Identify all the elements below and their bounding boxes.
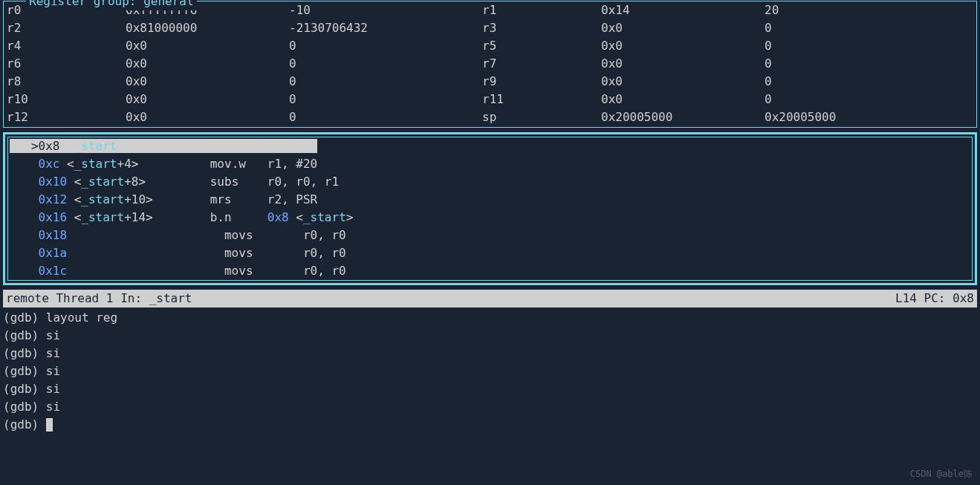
register-row: r40x00r50x00 (7, 37, 973, 55)
register-name: r4 (7, 37, 126, 55)
asm-addr: 0x8 (39, 139, 60, 153)
register-hex: 0x0 (601, 19, 765, 37)
gdb-prompt: (gdb) (3, 328, 46, 342)
register-hex: 0x0 (601, 37, 765, 55)
gdb-prompt: (gdb) (3, 310, 46, 325)
asm-symbol: _start (81, 175, 124, 189)
asm-operands: r0, r0 (253, 264, 346, 278)
register-dec: 0 (289, 55, 482, 73)
register-dec: -10 (289, 1, 482, 19)
command-area[interactable]: (gdb) layout reg(gdb) si(gdb) si(gdb) si… (3, 309, 977, 434)
register-panel: Register group: general r00xfffffff6-10r… (3, 1, 977, 128)
asm-row: 0x18 movs r0, r0 (10, 227, 970, 244)
register-hex: 0x0 (601, 73, 765, 91)
command-line[interactable]: (gdb) si (3, 345, 977, 362)
watermark: CSDN @able陈 (910, 467, 973, 481)
asm-row: 0x1c movs r0, r0 (10, 262, 970, 280)
asm-operands: r0, r0 (253, 228, 346, 242)
asm-mnemonic: movs (224, 264, 253, 278)
register-hex: 0x0 (126, 55, 289, 73)
command-line[interactable]: (gdb) (3, 416, 977, 434)
status-left: remote Thread 1 In: _start (6, 290, 192, 307)
register-panel-title: Register group: general (26, 0, 197, 10)
asm-addr: 0x1a (39, 246, 68, 260)
register-name: r12 (7, 108, 126, 126)
status-bar: remote Thread 1 In: _start L14 PC: 0x8 (3, 290, 977, 307)
command-text: si (46, 382, 60, 396)
gdb-prompt: (gdb) (3, 346, 46, 360)
asm-addr: 0xc (39, 157, 60, 171)
asm-symbol: _start (81, 210, 124, 224)
command-line[interactable]: (gdb) si (3, 398, 977, 416)
register-hex: 0x14 (601, 1, 765, 19)
cursor-icon (46, 418, 53, 432)
asm-mnemonic: subs (210, 175, 239, 189)
register-hex: 0x0 (601, 91, 765, 108)
asm-mnemonic: mov.w (210, 139, 246, 153)
asm-addr: 0x1c (39, 264, 68, 278)
register-hex: 0x20005000 (601, 108, 765, 126)
register-name: r7 (482, 55, 601, 73)
gdb-prompt: (gdb) (3, 382, 46, 396)
asm-symbol: _start (81, 192, 124, 206)
asm-symbol: _start (74, 139, 117, 153)
register-dec: 0 (289, 73, 482, 91)
register-dec: 0 (765, 37, 958, 55)
register-dec: 0 (765, 73, 958, 91)
register-dec: 0x20005000 (765, 108, 958, 126)
asm-operands: r2, PSR (232, 192, 318, 206)
asm-mnemonic: mrs (210, 192, 232, 206)
asm-symbol: _start (74, 157, 117, 171)
command-text: si (46, 364, 60, 378)
register-name: r11 (482, 91, 601, 108)
asm-mnemonic: mov.w (210, 157, 246, 171)
register-dec: 0 (765, 19, 958, 37)
register-dec: 0 (765, 55, 958, 73)
asm-mnemonic: movs (224, 228, 253, 242)
register-dec: 0 (765, 91, 958, 108)
asm-row: 0x16 <_start+14> b.n 0x8 <_start> (10, 209, 970, 227)
register-name: r6 (7, 55, 126, 73)
command-text: si (46, 400, 60, 414)
asm-operands: r0, r0 (253, 246, 346, 260)
register-name: r10 (7, 91, 126, 108)
asm-panel-outer: >0x8 <_start> mov.w r0, #10 0xc <_start+… (3, 132, 977, 285)
asm-row: 0x1a movs r0, r0 (10, 244, 970, 262)
command-line[interactable]: (gdb) si (3, 380, 977, 398)
register-row: r100x00r110x00 (7, 91, 973, 108)
command-line[interactable]: (gdb) si (3, 362, 977, 380)
register-name: r3 (482, 19, 601, 37)
asm-row: 0x10 <_start+8> subs r0, r0, r1 (10, 173, 970, 191)
register-row: r60x00r70x00 (7, 55, 973, 73)
command-line[interactable]: (gdb) si (3, 327, 977, 345)
register-name: r2 (7, 19, 126, 37)
register-row: r20x81000000-2130706432r30x00 (7, 19, 973, 37)
register-hex: 0x0 (601, 55, 765, 73)
gdb-prompt: (gdb) (3, 364, 46, 378)
register-dec: 0 (289, 91, 482, 108)
command-line[interactable]: (gdb) layout reg (3, 309, 977, 327)
register-hex: 0x0 (126, 91, 289, 108)
asm-row: >0x8 <_start> mov.w r0, #10 (10, 137, 970, 155)
asm-panel[interactable]: >0x8 <_start> mov.w r0, #10 0xc <_start+… (7, 137, 973, 281)
register-hex: 0x81000000 (126, 19, 289, 37)
register-name: r1 (482, 1, 601, 19)
register-row: r80x00r90x00 (7, 73, 973, 91)
asm-addr: 0x18 (39, 228, 68, 242)
asm-addr: 0x10 (39, 175, 68, 189)
command-text: si (46, 328, 60, 342)
register-dec: 0 (289, 108, 482, 126)
asm-mnemonic: b.n (210, 210, 232, 224)
register-name: r9 (482, 73, 601, 91)
gdb-prompt: (gdb) (3, 417, 46, 432)
asm-addr: 0x16 (39, 210, 68, 224)
asm-row: 0xc <_start+4> mov.w r1, #20 (10, 155, 970, 173)
register-hex: 0x0 (126, 108, 289, 126)
command-text: si (46, 346, 60, 360)
asm-operands: r1, #20 (246, 157, 317, 171)
asm-row: 0x12 <_start+10> mrs r2, PSR (10, 191, 970, 209)
register-name: r8 (7, 73, 126, 91)
register-name: r5 (482, 37, 601, 55)
asm-mnemonic: movs (224, 246, 253, 260)
register-hex: 0x0 (126, 37, 289, 55)
